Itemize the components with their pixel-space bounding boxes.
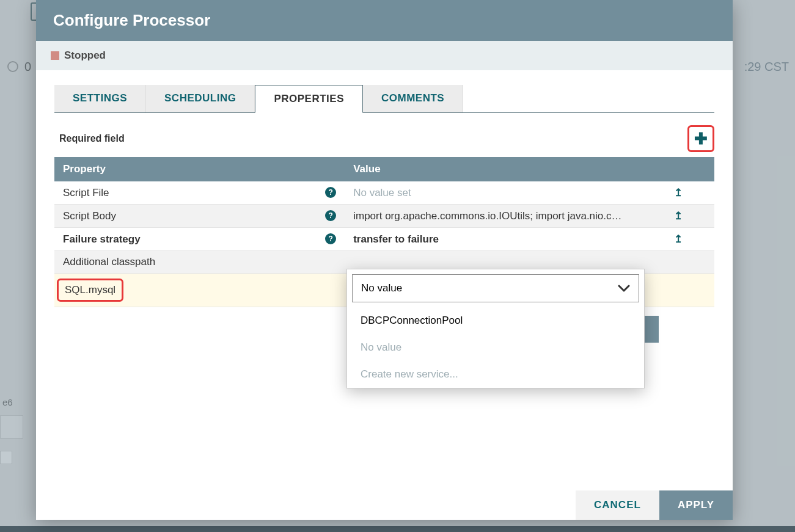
add-property-button[interactable]: ✚ <box>687 125 714 152</box>
property-value[interactable]: import org.apache.commons.io.IOUtils; im… <box>345 205 642 228</box>
property-value[interactable]: transfer to failure <box>345 228 642 251</box>
value-dropdown: No value DBCPConnectionPool No value Cre… <box>346 269 645 388</box>
tab-settings[interactable]: SETTINGS <box>54 85 146 112</box>
history-icon[interactable]: ↥ <box>650 233 706 246</box>
cancel-button[interactable]: CANCEL <box>576 490 659 520</box>
history-icon[interactable]: ↥ <box>650 210 706 222</box>
apply-button[interactable]: APPLY <box>659 490 733 520</box>
property-value[interactable]: No value set <box>345 181 642 205</box>
history-icon[interactable]: ↥ <box>650 186 706 199</box>
property-name: Additional classpath <box>63 256 155 268</box>
dropdown-option[interactable]: Create new service... <box>347 361 644 388</box>
table-row[interactable]: Script Body? import org.apache.commons.i… <box>54 205 714 228</box>
modal-body: SETTINGS SCHEDULING PROPERTIES COMMENTS … <box>36 70 733 490</box>
modal-title: Configure Processor <box>36 0 733 41</box>
status-label: Stopped <box>64 49 106 62</box>
property-name: Script File <box>63 187 109 199</box>
status-bar: Stopped <box>36 41 733 70</box>
required-field-label: Required field <box>54 133 125 144</box>
property-name: Script Body <box>63 210 116 222</box>
plus-icon: ✚ <box>694 131 708 147</box>
property-name: Failure strategy <box>63 233 141 245</box>
required-field-row: Required field ✚ <box>54 125 714 152</box>
tab-comments[interactable]: COMMENTS <box>363 85 463 112</box>
dropdown-option[interactable]: DBCPConnectionPool <box>347 307 644 334</box>
tab-scheduling[interactable]: SCHEDULING <box>146 85 255 112</box>
modal-footer: CANCEL APPLY <box>36 490 733 520</box>
dropdown-selected[interactable]: No value <box>352 274 639 302</box>
configure-processor-modal: Configure Processor Stopped SETTINGS SCH… <box>36 0 733 520</box>
dropdown-selected-label: No value <box>361 282 402 294</box>
header-actions <box>642 157 714 181</box>
property-name: SQL.mysql <box>57 279 123 302</box>
header-property: Property <box>54 157 345 181</box>
header-value: Value <box>345 157 642 181</box>
help-icon[interactable]: ? <box>325 210 336 221</box>
help-icon[interactable]: ? <box>325 187 336 198</box>
stopped-icon <box>51 51 59 60</box>
tab-properties[interactable]: PROPERTIES <box>255 85 363 113</box>
chevron-down-icon <box>618 284 630 293</box>
table-row[interactable]: Failure strategy? transfer to failure ↥ <box>54 228 714 251</box>
tabs: SETTINGS SCHEDULING PROPERTIES COMMENTS <box>54 85 714 113</box>
dropdown-option[interactable]: No value <box>347 334 644 361</box>
table-row[interactable]: Script File? No value set ↥ <box>54 181 714 205</box>
help-icon[interactable]: ? <box>325 233 336 244</box>
